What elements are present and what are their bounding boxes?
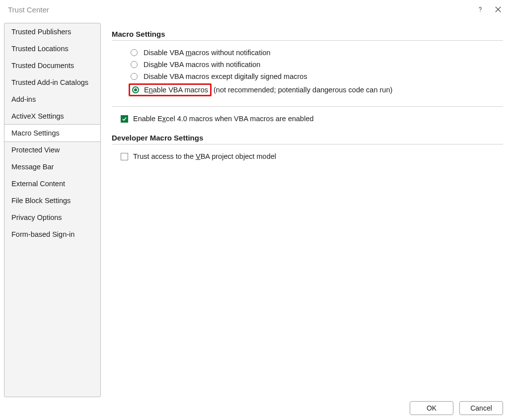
highlighted-option: Enable VBA macros — [129, 83, 212, 96]
sidebar-item-privacy-options[interactable]: Privacy Options — [4, 209, 100, 226]
sidebar-item-trusted-addin-catalogs[interactable]: Trusted Add-in Catalogs — [4, 74, 100, 91]
radio-disable-with-notification[interactable]: Disable VBA macros with notification — [112, 59, 503, 70]
radio-icon[interactable] — [132, 86, 139, 93]
help-icon[interactable] — [471, 0, 489, 18]
radio-disable-except-signed[interactable]: Disable VBA macros except digitally sign… — [112, 70, 503, 82]
ok-button[interactable]: OK — [410, 401, 453, 415]
sidebar-item-addins[interactable]: Add-ins — [4, 91, 100, 108]
radio-enable-vba-macros[interactable]: Enable VBA macros — [144, 86, 208, 94]
checkbox-label: Trust access to the VBA project object m… — [133, 152, 276, 160]
section-title-macro-settings: Macro Settings — [112, 30, 503, 38]
sidebar-item-form-based-signin[interactable]: Form-based Sign-in — [4, 226, 100, 243]
close-icon[interactable] — [489, 0, 507, 18]
radio-icon — [131, 73, 138, 80]
sidebar-item-trusted-documents[interactable]: Trusted Documents — [4, 57, 100, 74]
radio-icon — [131, 49, 138, 56]
checkbox-icon — [121, 153, 128, 160]
window-title: Trust Center — [8, 5, 471, 14]
svg-point-0 — [480, 11, 480, 12]
sidebar-item-activex-settings[interactable]: ActiveX Settings — [4, 108, 100, 125]
radio-enable-suffix: (not recommended; potentially dangerous … — [214, 86, 392, 94]
sidebar-item-file-block-settings[interactable]: File Block Settings — [4, 192, 100, 209]
cancel-button[interactable]: Cancel — [459, 401, 503, 415]
sidebar-item-trusted-locations[interactable]: Trusted Locations — [4, 40, 100, 57]
checkbox-enable-excel4[interactable]: Enable Excel 4.0 macros when VBA macros … — [112, 113, 503, 125]
section-title-developer-macro-settings: Developer Macro Settings — [112, 134, 503, 142]
checkbox-trust-vba-project[interactable]: Trust access to the VBA project object m… — [112, 150, 503, 162]
radio-disable-without-notification[interactable]: Disable VBA macros without notification — [112, 47, 503, 59]
checkbox-label: Enable Excel 4.0 macros when VBA macros … — [133, 115, 314, 123]
sidebar-item-external-content[interactable]: External Content — [4, 175, 100, 192]
sidebar-item-message-bar[interactable]: Message Bar — [4, 158, 100, 175]
sidebar-item-trusted-publishers[interactable]: Trusted Publishers — [4, 23, 100, 40]
radio-label: Disable VBA macros without notification — [144, 49, 271, 57]
checkbox-icon — [121, 115, 128, 123]
radio-label: Disable VBA macros with notification — [144, 61, 260, 69]
radio-icon — [131, 61, 138, 68]
sidebar-item-macro-settings[interactable]: Macro Settings — [4, 124, 100, 142]
sidebar: Trusted Publishers Trusted Locations Tru… — [4, 23, 101, 397]
sidebar-item-protected-view[interactable]: Protected View — [4, 141, 100, 158]
radio-label: Disable VBA macros except digitally sign… — [144, 72, 307, 80]
